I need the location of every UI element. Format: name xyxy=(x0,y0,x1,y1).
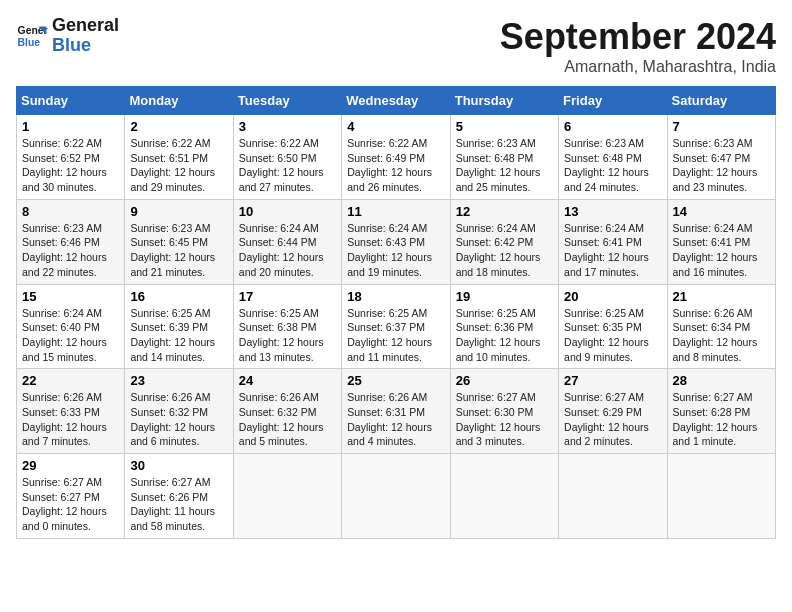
day-number: 29 xyxy=(22,458,119,473)
calendar-day-cell: 1Sunrise: 6:22 AM Sunset: 6:52 PM Daylig… xyxy=(17,115,125,200)
day-number: 4 xyxy=(347,119,444,134)
day-number: 16 xyxy=(130,289,227,304)
day-number: 13 xyxy=(564,204,661,219)
calendar-header-cell: Monday xyxy=(125,87,233,115)
day-number: 5 xyxy=(456,119,553,134)
calendar-day-cell: 24Sunrise: 6:26 AM Sunset: 6:32 PM Dayli… xyxy=(233,369,341,454)
day-detail: Sunrise: 6:23 AM Sunset: 6:48 PM Dayligh… xyxy=(564,136,661,195)
day-detail: Sunrise: 6:26 AM Sunset: 6:34 PM Dayligh… xyxy=(673,306,770,365)
day-number: 21 xyxy=(673,289,770,304)
day-number: 10 xyxy=(239,204,336,219)
day-detail: Sunrise: 6:22 AM Sunset: 6:50 PM Dayligh… xyxy=(239,136,336,195)
calendar-day-cell: 4Sunrise: 6:22 AM Sunset: 6:49 PM Daylig… xyxy=(342,115,450,200)
day-detail: Sunrise: 6:27 AM Sunset: 6:27 PM Dayligh… xyxy=(22,475,119,534)
day-detail: Sunrise: 6:25 AM Sunset: 6:35 PM Dayligh… xyxy=(564,306,661,365)
calendar-header-cell: Wednesday xyxy=(342,87,450,115)
calendar-day-cell: 16Sunrise: 6:25 AM Sunset: 6:39 PM Dayli… xyxy=(125,284,233,369)
calendar-header-cell: Sunday xyxy=(17,87,125,115)
day-detail: Sunrise: 6:26 AM Sunset: 6:32 PM Dayligh… xyxy=(239,390,336,449)
day-number: 23 xyxy=(130,373,227,388)
day-number: 2 xyxy=(130,119,227,134)
day-number: 26 xyxy=(456,373,553,388)
day-detail: Sunrise: 6:22 AM Sunset: 6:51 PM Dayligh… xyxy=(130,136,227,195)
calendar-week-row: 15Sunrise: 6:24 AM Sunset: 6:40 PM Dayli… xyxy=(17,284,776,369)
day-number: 15 xyxy=(22,289,119,304)
calendar-day-cell: 17Sunrise: 6:25 AM Sunset: 6:38 PM Dayli… xyxy=(233,284,341,369)
calendar-day-cell: 26Sunrise: 6:27 AM Sunset: 6:30 PM Dayli… xyxy=(450,369,558,454)
calendar-day-cell: 13Sunrise: 6:24 AM Sunset: 6:41 PM Dayli… xyxy=(559,199,667,284)
day-number: 6 xyxy=(564,119,661,134)
day-number: 11 xyxy=(347,204,444,219)
logo: General Blue General Blue xyxy=(16,16,119,56)
calendar-week-row: 29Sunrise: 6:27 AM Sunset: 6:27 PM Dayli… xyxy=(17,454,776,539)
day-detail: Sunrise: 6:25 AM Sunset: 6:37 PM Dayligh… xyxy=(347,306,444,365)
day-detail: Sunrise: 6:26 AM Sunset: 6:32 PM Dayligh… xyxy=(130,390,227,449)
calendar-day-cell: 19Sunrise: 6:25 AM Sunset: 6:36 PM Dayli… xyxy=(450,284,558,369)
day-detail: Sunrise: 6:26 AM Sunset: 6:33 PM Dayligh… xyxy=(22,390,119,449)
day-number: 8 xyxy=(22,204,119,219)
day-number: 30 xyxy=(130,458,227,473)
day-detail: Sunrise: 6:24 AM Sunset: 6:40 PM Dayligh… xyxy=(22,306,119,365)
svg-text:Blue: Blue xyxy=(18,36,41,47)
calendar-day-cell: 15Sunrise: 6:24 AM Sunset: 6:40 PM Dayli… xyxy=(17,284,125,369)
calendar-week-row: 1Sunrise: 6:22 AM Sunset: 6:52 PM Daylig… xyxy=(17,115,776,200)
day-detail: Sunrise: 6:26 AM Sunset: 6:31 PM Dayligh… xyxy=(347,390,444,449)
day-detail: Sunrise: 6:27 AM Sunset: 6:28 PM Dayligh… xyxy=(673,390,770,449)
calendar-day-cell: 28Sunrise: 6:27 AM Sunset: 6:28 PM Dayli… xyxy=(667,369,775,454)
calendar-day-cell xyxy=(450,454,558,539)
calendar-day-cell: 3Sunrise: 6:22 AM Sunset: 6:50 PM Daylig… xyxy=(233,115,341,200)
calendar-day-cell: 14Sunrise: 6:24 AM Sunset: 6:41 PM Dayli… xyxy=(667,199,775,284)
day-detail: Sunrise: 6:23 AM Sunset: 6:45 PM Dayligh… xyxy=(130,221,227,280)
calendar-header-cell: Saturday xyxy=(667,87,775,115)
day-number: 9 xyxy=(130,204,227,219)
calendar-day-cell: 20Sunrise: 6:25 AM Sunset: 6:35 PM Dayli… xyxy=(559,284,667,369)
calendar-day-cell: 29Sunrise: 6:27 AM Sunset: 6:27 PM Dayli… xyxy=(17,454,125,539)
day-detail: Sunrise: 6:24 AM Sunset: 6:43 PM Dayligh… xyxy=(347,221,444,280)
location-title: Amarnath, Maharashtra, India xyxy=(500,58,776,76)
calendar-header-row: SundayMondayTuesdayWednesdayThursdayFrid… xyxy=(17,87,776,115)
day-detail: Sunrise: 6:24 AM Sunset: 6:42 PM Dayligh… xyxy=(456,221,553,280)
calendar-day-cell: 30Sunrise: 6:27 AM Sunset: 6:26 PM Dayli… xyxy=(125,454,233,539)
calendar-day-cell: 5Sunrise: 6:23 AM Sunset: 6:48 PM Daylig… xyxy=(450,115,558,200)
logo-line2: Blue xyxy=(52,36,119,56)
day-number: 28 xyxy=(673,373,770,388)
day-detail: Sunrise: 6:27 AM Sunset: 6:29 PM Dayligh… xyxy=(564,390,661,449)
calendar-header-cell: Thursday xyxy=(450,87,558,115)
day-detail: Sunrise: 6:22 AM Sunset: 6:49 PM Dayligh… xyxy=(347,136,444,195)
day-number: 14 xyxy=(673,204,770,219)
day-number: 24 xyxy=(239,373,336,388)
month-title: September 2024 xyxy=(500,16,776,58)
calendar-day-cell: 6Sunrise: 6:23 AM Sunset: 6:48 PM Daylig… xyxy=(559,115,667,200)
day-number: 3 xyxy=(239,119,336,134)
calendar-day-cell: 25Sunrise: 6:26 AM Sunset: 6:31 PM Dayli… xyxy=(342,369,450,454)
day-detail: Sunrise: 6:23 AM Sunset: 6:48 PM Dayligh… xyxy=(456,136,553,195)
calendar-table: SundayMondayTuesdayWednesdayThursdayFrid… xyxy=(16,86,776,539)
day-detail: Sunrise: 6:24 AM Sunset: 6:44 PM Dayligh… xyxy=(239,221,336,280)
calendar-day-cell xyxy=(559,454,667,539)
logo-icon: General Blue xyxy=(16,20,48,52)
calendar-day-cell: 21Sunrise: 6:26 AM Sunset: 6:34 PM Dayli… xyxy=(667,284,775,369)
day-detail: Sunrise: 6:23 AM Sunset: 6:47 PM Dayligh… xyxy=(673,136,770,195)
day-detail: Sunrise: 6:22 AM Sunset: 6:52 PM Dayligh… xyxy=(22,136,119,195)
calendar-day-cell: 23Sunrise: 6:26 AM Sunset: 6:32 PM Dayli… xyxy=(125,369,233,454)
day-number: 7 xyxy=(673,119,770,134)
calendar-day-cell: 22Sunrise: 6:26 AM Sunset: 6:33 PM Dayli… xyxy=(17,369,125,454)
day-number: 19 xyxy=(456,289,553,304)
header: General Blue General Blue September 2024… xyxy=(16,16,776,76)
day-detail: Sunrise: 6:25 AM Sunset: 6:36 PM Dayligh… xyxy=(456,306,553,365)
day-detail: Sunrise: 6:24 AM Sunset: 6:41 PM Dayligh… xyxy=(564,221,661,280)
calendar-header-cell: Friday xyxy=(559,87,667,115)
day-detail: Sunrise: 6:23 AM Sunset: 6:46 PM Dayligh… xyxy=(22,221,119,280)
calendar-day-cell: 10Sunrise: 6:24 AM Sunset: 6:44 PM Dayli… xyxy=(233,199,341,284)
calendar-day-cell xyxy=(342,454,450,539)
day-number: 22 xyxy=(22,373,119,388)
calendar-day-cell: 11Sunrise: 6:24 AM Sunset: 6:43 PM Dayli… xyxy=(342,199,450,284)
day-number: 25 xyxy=(347,373,444,388)
calendar-day-cell: 27Sunrise: 6:27 AM Sunset: 6:29 PM Dayli… xyxy=(559,369,667,454)
day-detail: Sunrise: 6:27 AM Sunset: 6:26 PM Dayligh… xyxy=(130,475,227,534)
calendar-body: 1Sunrise: 6:22 AM Sunset: 6:52 PM Daylig… xyxy=(17,115,776,539)
calendar-day-cell: 12Sunrise: 6:24 AM Sunset: 6:42 PM Dayli… xyxy=(450,199,558,284)
day-detail: Sunrise: 6:27 AM Sunset: 6:30 PM Dayligh… xyxy=(456,390,553,449)
day-detail: Sunrise: 6:25 AM Sunset: 6:38 PM Dayligh… xyxy=(239,306,336,365)
calendar-day-cell: 8Sunrise: 6:23 AM Sunset: 6:46 PM Daylig… xyxy=(17,199,125,284)
